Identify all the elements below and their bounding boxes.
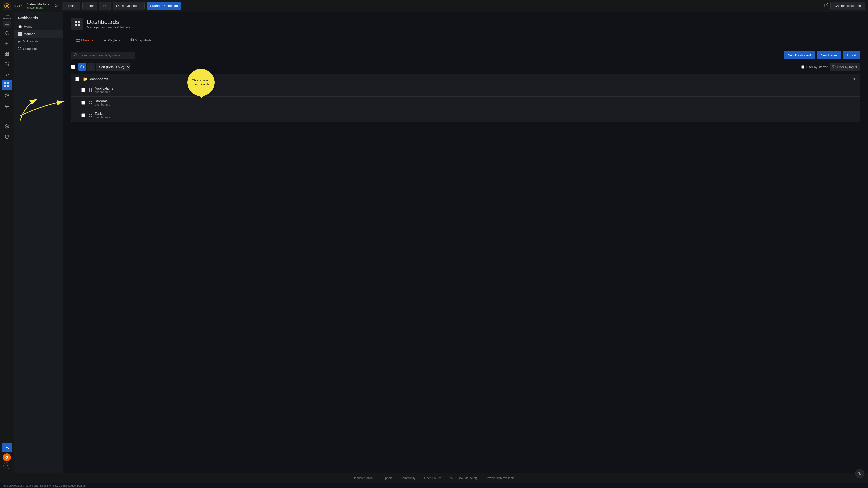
svg-line-6	[826, 3, 828, 5]
follow-presenter[interactable]: Followpresenter	[1, 14, 12, 20]
select-all-checkbox[interactable]	[71, 65, 75, 69]
svg-line-23	[76, 55, 77, 56]
tasks-checkbox[interactable]	[81, 113, 85, 117]
filter-tag-chevron: ▼	[855, 65, 858, 69]
footer-sep-5: |	[481, 477, 482, 480]
presenter-screen-icon[interactable]	[3, 21, 11, 27]
footer-community-link[interactable]: Community	[400, 477, 415, 480]
streams-name: Streams	[95, 99, 110, 103]
gear-icon-btn[interactable]	[2, 122, 12, 131]
snapshots-icon	[18, 47, 21, 51]
filter-starred-checkbox[interactable]	[801, 65, 804, 69]
list-view-button[interactable]	[87, 63, 95, 71]
refresh-button[interactable]: ↻	[855, 469, 864, 478]
pencil-icon-btn[interactable]	[2, 59, 12, 69]
svg-rect-13	[7, 52, 8, 53]
view-sort-right: Filter by starred Filter by tag ▼	[801, 63, 860, 71]
ellipsis-icon-btn[interactable]: ···	[2, 111, 12, 121]
dashboards-icon-btn[interactable]	[2, 80, 12, 90]
tab-manage-icon	[76, 38, 80, 42]
search-wrapper	[71, 52, 135, 59]
applications-checkbox[interactable]	[81, 88, 85, 92]
dashboard-item-streams[interactable]: Streams dashboards	[71, 97, 860, 109]
streams-sub: dashboards	[95, 103, 110, 106]
url-bar: https://glweafuqk3rfoqux9-yral78pm6zftvm…	[0, 483, 868, 488]
tooltip-bubble: Click to open dashboards	[187, 69, 215, 96]
toolbar: New Dashboard New Folder Import	[71, 51, 860, 59]
tab-playlists-icon: ▶	[103, 38, 106, 42]
svg-rect-15	[7, 54, 8, 55]
external-link-button[interactable]	[824, 3, 829, 9]
applications-sub: dashboards	[95, 90, 114, 94]
dashboard-list-wrapper: Click to open dashboards 📁 dashboards ▼ …	[71, 74, 860, 122]
view-sort-bar: Sort (Default A-Z) Filter by starred Fil…	[71, 63, 860, 71]
svg-point-21	[131, 39, 133, 40]
svg-line-11	[8, 34, 8, 35]
folder-expand-icon[interactable]: ▼	[853, 77, 856, 81]
dashboard-item-tasks[interactable]: Tasks dashboards	[71, 109, 860, 122]
search-icon-btn[interactable]	[2, 28, 12, 38]
icon-sidebar-top: Followpresenter + </>	[1, 14, 12, 442]
tab-manage[interactable]: Manage	[71, 36, 99, 45]
sort-select[interactable]: Sort (Default A-Z)	[96, 63, 130, 71]
page-header: Dashboards Manage dashboards & folders	[71, 18, 860, 30]
footer-sep-3: |	[420, 477, 420, 480]
streams-checkbox[interactable]	[81, 101, 85, 105]
sidebar-item-home[interactable]: 🏠 Home	[14, 23, 63, 30]
tab-playlists[interactable]: ▶ Playlists	[99, 36, 125, 45]
playlists-icon: ▶	[18, 39, 21, 43]
footer-sep-4: |	[445, 477, 446, 480]
create-icon-btn[interactable]: +	[2, 38, 12, 48]
bell-icon-btn[interactable]	[2, 101, 12, 111]
footer-sep-1: |	[377, 477, 377, 480]
icon-sidebar: Followpresenter + </>	[0, 12, 14, 473]
new-dashboard-button[interactable]: New Dashboard	[784, 51, 815, 59]
tab-snapshots-label: Snapshots	[135, 38, 152, 42]
search-input[interactable]	[71, 52, 135, 59]
ide-button[interactable]: IDE	[99, 2, 111, 10]
folder-view-button[interactable]	[78, 63, 86, 71]
sidebar-item-playlists[interactable]: ▶ DI Playlists	[14, 37, 63, 45]
footer: Documentation | Support | Community | Op…	[0, 473, 868, 483]
help-icon-btn[interactable]: ?	[3, 462, 10, 469]
page-subtitle: Manage dashboards & folders	[87, 26, 130, 29]
scdf-dashboard-button[interactable]: SCDF Dashboard	[113, 2, 145, 10]
grafana-logo	[3, 2, 11, 10]
terminal-button[interactable]: Terminal	[62, 2, 80, 10]
editor-button[interactable]: Editor	[82, 2, 97, 10]
tooltip-text: Click to open dashboards	[190, 78, 212, 87]
list-icon-btn[interactable]	[2, 49, 12, 59]
tab-snapshots[interactable]: Snapshots	[125, 36, 156, 45]
footer-support-link[interactable]: Support	[381, 477, 392, 480]
svg-rect-14	[5, 54, 6, 55]
footer-open-source-link[interactable]: Open Source	[424, 477, 442, 480]
circle-target-icon-btn[interactable]	[2, 90, 12, 100]
sidebar-item-manage[interactable]: Manage	[14, 30, 63, 37]
streams-item-text: Streams dashboards	[95, 99, 110, 106]
tasks-grid-icon	[89, 113, 92, 117]
footer-new-version-link[interactable]: New version available!	[486, 477, 515, 480]
grafana-dashboard-button[interactable]: Grafana Dashboard	[147, 2, 181, 10]
download-icon-btn[interactable]	[2, 443, 12, 452]
user-avatar[interactable]: G	[3, 453, 11, 461]
tabs: Manage ▶ Playlists Snapshots	[71, 36, 860, 45]
import-button[interactable]: Import	[843, 51, 860, 59]
applications-name: Applications	[95, 87, 114, 90]
filter-starred-label[interactable]: Filter by starred	[801, 65, 828, 69]
sidebar-item-snapshots[interactable]: Snapshots	[14, 45, 63, 53]
main-layout: Followpresenter + </>	[0, 12, 868, 473]
filter-starred-text: Filter by starred	[806, 65, 828, 69]
vm-status: status: ready	[27, 6, 50, 9]
shield-icon-btn[interactable]	[2, 132, 12, 142]
secondary-sidebar: Dashboards 🏠 Home Manage ▶ DI Playlists …	[14, 12, 63, 473]
url-text: https://glweafuqk3rfoqux9-yral78pm6zftvm…	[2, 484, 86, 487]
call-assistance-button[interactable]: Call for assistance	[831, 2, 865, 10]
footer-documentation-link[interactable]: Documentation	[353, 477, 373, 480]
vm-name: Virtual Machine	[27, 2, 50, 6]
filter-by-tag-select[interactable]: Filter by tag ▼	[830, 63, 860, 71]
settings-gear-button[interactable]: ⚙	[54, 3, 58, 8]
folder-checkbox[interactable]	[75, 77, 79, 81]
sidebar-item-playlists-label: DI Playlists	[23, 39, 38, 43]
new-folder-button[interactable]: New Folder	[817, 51, 841, 59]
code-icon-btn[interactable]: </>	[2, 70, 12, 79]
